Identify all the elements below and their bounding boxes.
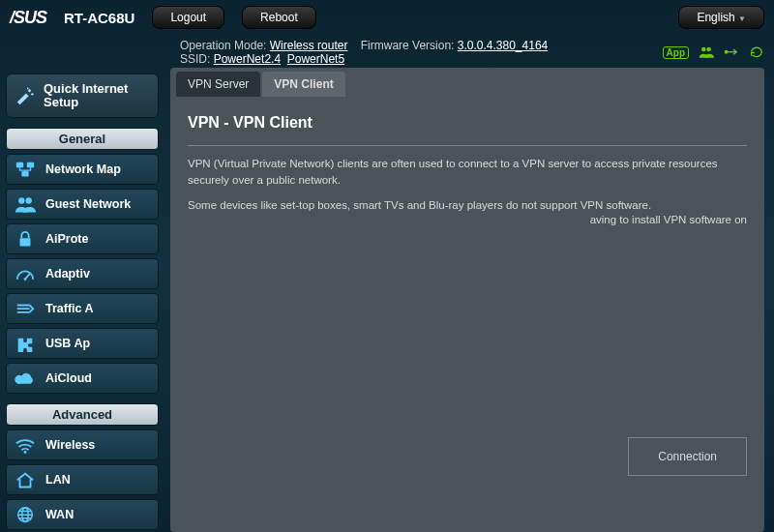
- refresh-icon[interactable]: [749, 45, 764, 59]
- status-line: Operation Mode: Wireless router Firmware…: [180, 39, 548, 66]
- svg-rect-10: [19, 238, 30, 246]
- svg-point-11: [24, 278, 27, 281]
- wifi-icon: [15, 436, 36, 454]
- svg-rect-5: [16, 163, 23, 167]
- gauge-icon: [15, 265, 36, 282]
- brand-logo: /SUS: [10, 8, 46, 28]
- sidebar-item-label: AiProte: [45, 232, 88, 246]
- general-header: General: [6, 128, 159, 150]
- sidebar-item-adaptive-qos[interactable]: Adaptiv: [6, 258, 159, 289]
- globe-icon: [15, 506, 36, 523]
- svg-point-12: [24, 451, 27, 454]
- guest-network-icon: [15, 195, 36, 213]
- sidebar-item-wireless[interactable]: Wireless: [6, 429, 159, 460]
- svg-point-0: [701, 47, 706, 52]
- sidebar-item-aiprotection[interactable]: AiProte: [6, 223, 159, 254]
- quick-setup-button[interactable]: Quick Internet Setup: [6, 74, 159, 118]
- tab-vpn-client[interactable]: VPN Client: [262, 72, 344, 97]
- reboot-button[interactable]: Reboot: [242, 6, 316, 29]
- connection-header-cell: Connection: [628, 437, 747, 476]
- sidebar-item-label: LAN: [45, 473, 71, 487]
- sidebar-item-label: Network Map: [45, 163, 121, 176]
- quick-setup-label: Quick Internet Setup: [44, 82, 150, 109]
- traffic-icon: [15, 300, 36, 317]
- sidebar-item-label: AiCloud: [45, 371, 92, 385]
- sidebar-item-label: Guest Network: [45, 197, 131, 211]
- svg-point-9: [25, 197, 31, 203]
- sidebar-item-guest-network[interactable]: Guest Network: [6, 189, 159, 220]
- logout-button[interactable]: Logout: [152, 6, 224, 29]
- wand-icon: [15, 87, 36, 104]
- svg-rect-6: [27, 163, 34, 167]
- sidebar-item-label: WAN: [45, 508, 74, 521]
- app-badge[interactable]: App: [663, 46, 689, 59]
- desc-p3: aving to install VPN software on: [188, 212, 747, 228]
- language-select[interactable]: English ▼: [678, 6, 764, 29]
- firmware-link[interactable]: 3.0.0.4.380_4164: [458, 39, 548, 52]
- sidebar-item-traffic-analyzer[interactable]: Traffic A: [6, 293, 159, 324]
- sidebar-item-label: USB Ap: [45, 337, 90, 350]
- svg-point-3: [31, 93, 33, 95]
- tab-vpn-server[interactable]: VPN Server: [176, 72, 260, 97]
- svg-point-4: [27, 87, 29, 89]
- usb-icon[interactable]: [724, 45, 739, 59]
- sidebar-item-aicloud[interactable]: AiCloud: [6, 363, 159, 394]
- page-title: VPN - VPN Client: [188, 106, 747, 146]
- language-label: English: [697, 11, 734, 24]
- op-mode-link[interactable]: Wireless router: [270, 39, 348, 52]
- svg-point-2: [725, 50, 728, 53]
- ssid5-link[interactable]: PowerNet5: [287, 52, 344, 66]
- home-icon: [15, 471, 36, 488]
- ssid24-link[interactable]: PowerNet2.4: [214, 52, 281, 66]
- desc-p1: VPN (Virtual Private Network) clients ar…: [188, 156, 747, 188]
- sidebar-item-lan[interactable]: LAN: [6, 464, 159, 495]
- lock-icon: [15, 230, 36, 248]
- svg-point-8: [18, 197, 24, 203]
- model-name: RT-AC68U: [64, 10, 134, 26]
- sidebar-item-network-map[interactable]: Network Map: [6, 154, 159, 185]
- cloud-icon: [15, 369, 36, 387]
- advanced-header: Advanced: [6, 403, 159, 426]
- puzzle-icon: [15, 335, 36, 352]
- sidebar-item-label: Wireless: [45, 438, 95, 452]
- svg-point-1: [706, 47, 711, 52]
- sidebar-item-label: Adaptiv: [45, 267, 90, 281]
- sidebar-item-label: Traffic A: [45, 302, 94, 315]
- chevron-down-icon: ▼: [738, 15, 746, 23]
- network-map-icon: [15, 161, 36, 178]
- users-icon[interactable]: [699, 45, 714, 59]
- sidebar-item-usb-app[interactable]: USB Ap: [6, 328, 159, 359]
- sidebar-item-wan[interactable]: WAN: [6, 499, 159, 530]
